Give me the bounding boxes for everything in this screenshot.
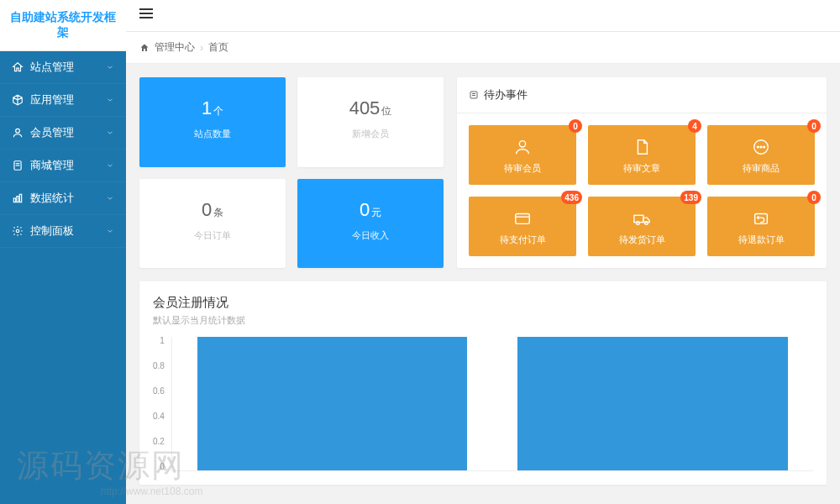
stat-card-3[interactable]: 0元今日收入 [297,179,444,269]
stat-card-0[interactable]: 1个站点数量 [139,77,286,167]
breadcrumb-sep: › [200,42,203,54]
todo-label: 待退款订单 [712,234,810,246]
chart-bar-1[interactable] [517,337,788,470]
app-logo: 自助建站系统开发框架 [0,0,126,51]
y-tick: 0.8 [153,362,165,370]
sidebar-item-5[interactable]: 控制面板 [0,215,126,248]
svg-rect-6 [19,194,21,202]
badge: 139 [680,191,701,204]
todo-label: 待审会员 [474,162,571,175]
file-icon [593,137,690,157]
svg-point-19 [637,222,640,225]
gear-icon [12,225,24,237]
svg-point-0 [16,129,20,133]
y-tick: 0.6 [153,387,165,396]
svg-point-14 [760,146,762,148]
y-tick: 0.2 [153,438,165,446]
y-tick: 0.4 [153,412,165,421]
nav-label: 应用管理 [30,92,106,108]
todo-item-4[interactable]: 139待发货订单 [588,197,696,256]
topbar [126,0,840,32]
chart-y-axis: 10.80.60.40.20 [153,337,171,471]
stat-card-1[interactable]: 405位新增会员 [297,77,444,167]
chart-bar-0[interactable] [197,337,468,470]
chevron-down-icon [106,161,114,170]
sidebar-item-4[interactable]: 数据统计 [0,182,126,215]
svg-rect-4 [13,198,15,202]
stat-value: 0条 [148,199,277,221]
person-icon [474,137,571,157]
breadcrumb-current: 首页 [208,40,228,55]
stat-label: 今日订单 [148,229,277,242]
todo-item-3[interactable]: 436待支付订单 [469,197,576,256]
user-icon [12,127,24,139]
stat-value: 405位 [306,97,435,119]
list-icon [469,90,479,100]
nav-label: 站点管理 [30,60,106,75]
todo-title: 待办事件 [484,87,528,102]
chart-subtitle: 默认显示当月统计数据 [153,314,813,327]
sidebar: 自助建站系统开发框架 站点管理应用管理会员管理商城管理数据统计控制面板 [0,0,126,504]
stat-card-2[interactable]: 0条今日订单 [139,179,286,269]
refund-icon [712,208,810,228]
todo-label: 待发货订单 [593,234,690,246]
todo-label: 待审商品 [712,162,810,175]
y-tick: 1 [153,337,165,345]
card-icon [474,208,571,228]
chat-icon [712,137,810,157]
chevron-down-icon [106,63,114,71]
nav-label: 商城管理 [30,158,106,173]
badge: 4 [688,119,701,133]
badge: 436 [561,191,582,204]
sidebar-item-1[interactable]: 应用管理 [0,84,126,117]
chevron-down-icon [106,227,114,235]
breadcrumb-root[interactable]: 管理中心 [155,40,195,55]
sidebar-item-2[interactable]: 会员管理 [0,117,126,150]
todo-grid: 0待审会员4待审文章0待审商品436待支付订单139待发货订单0待退款订单 [457,113,827,268]
nav-label: 会员管理 [30,125,106,140]
hamburger-icon[interactable] [139,8,153,20]
sidebar-nav: 站点管理应用管理会员管理商城管理数据统计控制面板 [0,51,126,504]
stat-label: 新增会员 [306,128,435,140]
chart-plot [171,337,813,471]
stat-value: 0元 [306,199,435,221]
content: 1个站点数量405位新增会员0条今日订单0元今日收入 待办事件 0待审会员4待审… [126,64,840,504]
chevron-down-icon [106,194,114,202]
y-tick: 0 [153,463,165,471]
stats-grid: 1个站点数量405位新增会员0条今日订单0元今日收入 [139,77,444,268]
svg-rect-16 [516,214,530,224]
chart-area: 10.80.60.40.20 [153,337,813,471]
todo-label: 待支付订单 [474,234,571,246]
svg-point-20 [645,222,648,225]
chevron-down-icon [106,96,114,104]
home-icon [139,43,150,53]
stat-value: 1个 [148,97,277,119]
svg-point-11 [519,141,525,147]
todo-item-0[interactable]: 0待审会员 [469,125,576,185]
todo-item-5[interactable]: 0待退款订单 [707,197,815,256]
badge: 0 [807,191,821,204]
svg-rect-5 [17,197,18,202]
todo-panel: 待办事件 0待审会员4待审文章0待审商品436待支付订单139待发货订单0待退款… [457,77,827,268]
chart-panel: 会员注册情况 默认显示当月统计数据 10.80.60.40.20 [139,281,827,485]
chevron-down-icon [106,129,114,137]
badge: 0 [569,119,582,133]
breadcrumb: 管理中心 › 首页 [126,32,840,64]
badge: 0 [807,119,821,133]
chart-icon [12,192,24,204]
sidebar-item-0[interactable]: 站点管理 [0,51,126,84]
todo-label: 待审文章 [593,162,690,175]
nav-label: 控制面板 [30,223,106,239]
svg-point-13 [757,146,759,148]
nav-label: 数据统计 [30,191,106,206]
doc-icon [12,160,24,171]
todo-item-2[interactable]: 0待审商品 [707,125,815,185]
stat-label: 今日收入 [306,229,435,242]
cube-icon [12,94,24,106]
sidebar-item-3[interactable]: 商城管理 [0,150,126,182]
home-icon [12,61,24,73]
chart-title: 会员注册情况 [153,295,813,311]
stat-label: 站点数量 [148,128,277,140]
svg-point-15 [764,146,765,148]
todo-item-1[interactable]: 4待审文章 [588,125,696,185]
